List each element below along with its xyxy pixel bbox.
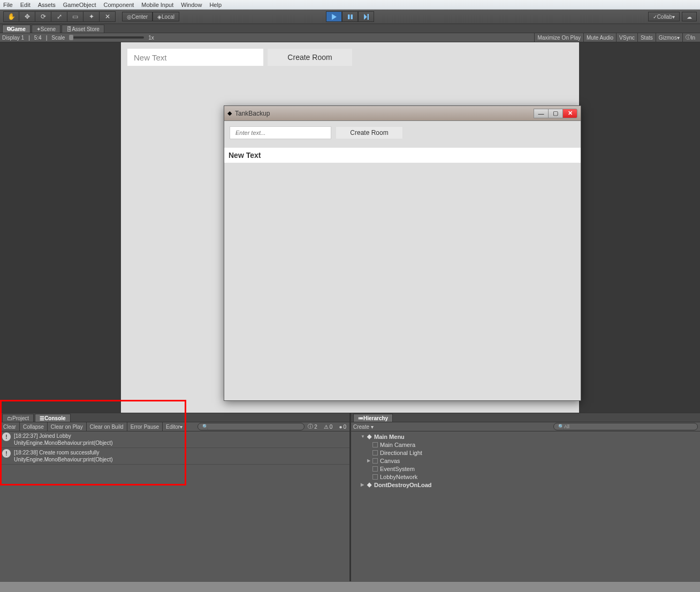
scale-label: Scale <box>51 35 65 41</box>
close-button[interactable]: ✕ <box>562 109 577 118</box>
custom-tool[interactable]: ✕ <box>100 11 116 22</box>
log-entry[interactable]: ! [18:22:37] Joined LobbyUnityEngine.Mon… <box>0 431 349 448</box>
build-window-body: Create Room New Text <box>224 121 581 400</box>
hierarchy-item-lobbynetwork[interactable]: LobbyNetwork <box>351 473 700 481</box>
game-control-bar: Display 1 | 5:4 | Scale 1x Maximize On P… <box>0 33 700 42</box>
bottom-panels: 🗀 Project ☰ Console Clear Collapse Clear… <box>0 413 700 592</box>
hierarchy-item-directional-light[interactable]: Directional Light <box>351 449 700 457</box>
transform-tools: ✋ ✥ ⟳ ⤢ ▭ ✦ ✕ <box>3 11 116 22</box>
hierarchy-tree: ▼◆Main Menu Main Camera Directional Ligh… <box>351 431 700 592</box>
main-menu-bar: File Edit Assets GameObject Component Mo… <box>0 0 700 10</box>
create-room-button[interactable]: Create Room <box>268 49 352 66</box>
console-search[interactable]: 🔍 <box>197 423 305 430</box>
maximize-button[interactable]: ▢ <box>548 109 563 118</box>
display-dropdown[interactable]: Display 1 <box>2 35 24 41</box>
pivot-center-toggle[interactable]: ◎ Center <box>122 12 153 21</box>
tab-scene[interactable]: ✦ Scene <box>32 25 60 33</box>
hierarchy-item-main-camera[interactable]: Main Camera <box>351 441 700 449</box>
hierarchy-panel: ≔ Hierarchy Create ▾ 🔍 All ▼◆Main Menu M… <box>351 413 700 592</box>
menu-file[interactable]: File <box>3 2 13 8</box>
scale-slider[interactable] <box>69 36 144 39</box>
info-icon: ! <box>2 449 11 458</box>
tab-console[interactable]: ☰ Console <box>35 414 70 422</box>
gameobject-icon <box>372 474 378 480</box>
hierarchy-create-dropdown[interactable]: Create ▾ <box>353 424 374 430</box>
tab-game[interactable]: ⧉ Game <box>2 25 31 33</box>
info-count[interactable]: ⓘ 2 <box>305 423 321 430</box>
play-button[interactable] <box>326 11 342 22</box>
transform-tool[interactable]: ✦ <box>83 11 100 22</box>
svg-rect-1 <box>351 14 352 19</box>
rotate-tool[interactable]: ⟳ <box>35 11 51 22</box>
gizmos-dropdown[interactable]: Gizmos ▾ <box>656 33 682 42</box>
svg-rect-0 <box>348 14 349 19</box>
room-name-input[interactable]: New Text <box>127 49 263 66</box>
step-button[interactable] <box>358 11 374 22</box>
menu-component[interactable]: Component <box>103 2 134 8</box>
collab-button[interactable]: ✓ Collab ▾ <box>648 12 680 21</box>
pause-button[interactable] <box>342 11 358 22</box>
console-log-list: ! [18:22:37] Joined LobbyUnityEngine.Mon… <box>0 431 349 592</box>
scene-dontdestroyonload[interactable]: ▶◆DontDestroyOnLoad <box>351 481 700 489</box>
menu-help[interactable]: Help <box>209 2 222 8</box>
menu-assets[interactable]: Assets <box>38 2 56 8</box>
console-editor-dropdown[interactable]: Editor ▾ <box>163 422 186 431</box>
console-clear-on-build[interactable]: Clear on Build <box>87 422 127 431</box>
warning-count[interactable]: ⚠ 0 <box>321 424 336 430</box>
mute-audio[interactable]: Mute Audio <box>583 33 616 42</box>
tab-project[interactable]: 🗀 Project <box>2 414 34 422</box>
main-toolbar: ✋ ✥ ⟳ ⤢ ▭ ✦ ✕ ◎ Center ◈ Local ✓ Collab … <box>0 10 700 24</box>
scale-tool[interactable]: ⤢ <box>51 11 67 22</box>
info-icon: ! <box>2 432 11 441</box>
console-clear[interactable]: Clear <box>0 422 20 431</box>
gameobject-icon <box>372 466 378 472</box>
build-window: ◆ TankBackup — ▢ ✕ Create Room New Text <box>224 105 581 401</box>
unity-scene-icon: ◆ <box>366 433 372 440</box>
log-entry[interactable]: ! [18:22:38] Create room successfullyUni… <box>0 448 349 465</box>
tab-asset-store[interactable]: 🗄 Asset Store <box>62 25 104 33</box>
inspector-toggle[interactable]: ⓘ In <box>682 33 698 42</box>
build-room-name-input[interactable] <box>230 126 331 139</box>
build-window-title: TankBackup <box>235 110 270 117</box>
hierarchy-item-canvas[interactable]: ▶Canvas <box>351 457 700 465</box>
scene-main-menu[interactable]: ▼◆Main Menu <box>351 432 700 441</box>
hierarchy-search[interactable]: 🔍 All <box>553 423 698 430</box>
status-bar <box>0 581 700 592</box>
scale-value: 1x <box>148 35 154 41</box>
console-error-pause[interactable]: Error Pause <box>127 422 163 431</box>
menu-mobile-input[interactable]: Mobile Input <box>141 2 173 8</box>
local-global-toggle[interactable]: ◈ Local <box>153 12 179 21</box>
menu-edit[interactable]: Edit <box>20 2 31 8</box>
unity-scene-icon: ◆ <box>366 481 372 488</box>
minimize-button[interactable]: — <box>534 109 549 118</box>
cloud-button[interactable]: ☁ <box>682 12 697 21</box>
console-panel: 🗀 Project ☰ Console Clear Collapse Clear… <box>0 413 351 592</box>
tab-hierarchy[interactable]: ≔ Hierarchy <box>353 414 393 422</box>
console-toolbar: Clear Collapse Clear on Play Clear on Bu… <box>0 422 349 431</box>
hierarchy-item-eventsystem[interactable]: EventSystem <box>351 465 700 473</box>
gameobject-icon <box>372 442 378 447</box>
move-tool[interactable]: ✥ <box>19 11 35 22</box>
unity-logo-icon: ◆ <box>227 110 232 117</box>
hand-tool[interactable]: ✋ <box>3 11 19 22</box>
console-collapse[interactable]: Collapse <box>20 422 48 431</box>
rect-tool[interactable]: ▭ <box>67 11 83 22</box>
gameobject-icon <box>372 458 378 464</box>
menu-gameobject[interactable]: GameObject <box>63 2 96 8</box>
play-controls <box>326 11 374 22</box>
build-window-titlebar[interactable]: ◆ TankBackup — ▢ ✕ <box>224 106 581 121</box>
svg-rect-2 <box>367 14 368 20</box>
vsync-toggle[interactable]: VSync <box>616 33 637 42</box>
hierarchy-toolbar: Create ▾ 🔍 All <box>351 422 700 431</box>
menu-window[interactable]: Window <box>181 2 202 8</box>
build-create-room-button[interactable]: Create Room <box>336 126 403 139</box>
error-count[interactable]: ● 0 <box>336 424 349 430</box>
gameobject-icon <box>372 450 378 456</box>
stats-toggle[interactable]: Stats <box>637 33 656 42</box>
build-body-text: New Text <box>224 148 581 163</box>
maximize-on-play[interactable]: Maximize On Play <box>534 33 583 42</box>
console-clear-on-play[interactable]: Clear on Play <box>48 422 87 431</box>
aspect-dropdown[interactable]: 5:4 <box>34 35 42 41</box>
view-tabs: ⧉ Game ✦ Scene 🗄 Asset Store <box>0 24 700 33</box>
